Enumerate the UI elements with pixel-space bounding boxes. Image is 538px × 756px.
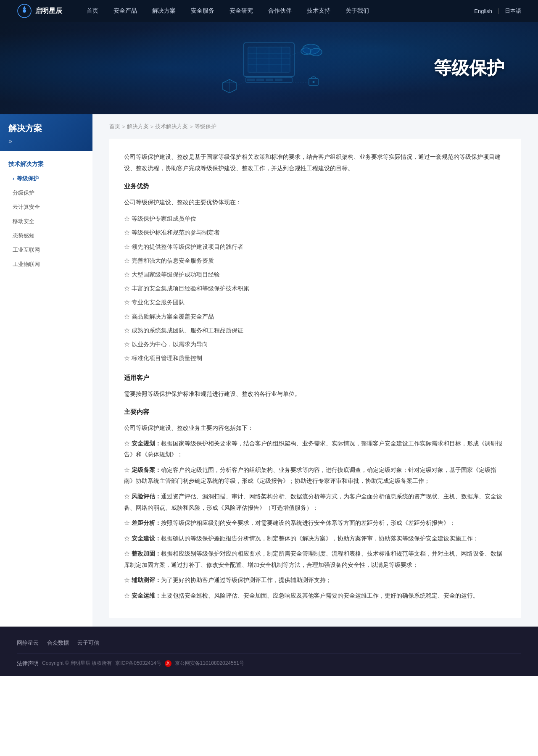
- nav-solutions[interactable]: 解决方案: [145, 0, 183, 22]
- section3-title: 主要内容: [124, 406, 506, 418]
- svg-line-26: [290, 51, 303, 55]
- footer-police-icp: 京公网安备11010802024551号: [175, 660, 244, 667]
- breadcrumb-home[interactable]: 首页: [109, 123, 120, 130]
- advantage-1: 等级保护标准和规范的参与制定者: [124, 226, 506, 240]
- nav-menu: 首页 安全产品 解决方案 安全服务 安全研究 合作伙伴 技术支持 关于我们: [79, 0, 474, 22]
- sidebar-item-situation[interactable]: 态势感知: [0, 229, 92, 243]
- detail-7: ☆ 安全运维：主要包括安全巡检、风险评估、安全加固、应急响应及其他客户需要的安全…: [124, 590, 506, 601]
- advantage-4: 大型国家级等级保护成功项目经验: [124, 268, 506, 282]
- nav-products[interactable]: 安全产品: [106, 0, 145, 22]
- sidebar-header: 解决方案 »: [0, 114, 92, 151]
- sidebar: 解决方案 » 技术解决方案 › 等级保护 分级保护 云计算安全 移动安全 态势感…: [0, 114, 92, 627]
- sidebar-item-dengji[interactable]: › 等级保护: [0, 171, 92, 186]
- svg-point-21: [313, 81, 315, 83]
- svg-line-25: [236, 81, 246, 86]
- advantage-3: 完善和强大的信息安全服务资质: [124, 254, 506, 268]
- content-card: 公司等级保护建设、整改是基于国家等级保护相关政策和标准的要求，结合客户组织架构、…: [109, 139, 521, 618]
- lang-area: English ｜ 日本語: [474, 7, 521, 15]
- main-wrapper: 解决方案 » 技术解决方案 › 等级保护 分级保护 云计算安全 移动安全 态势感…: [0, 114, 538, 627]
- sidebar-header-arrow: »: [8, 137, 84, 145]
- logo-area[interactable]: 启明星辰: [17, 3, 62, 18]
- content-intro: 公司等级保护建设、整改是基于国家等级保护相关政策和标准的要求，结合客户组织架构、…: [124, 151, 506, 174]
- footer-copyright: 法律声明 Copyright © 启明星辰 版权所有 京ICP备05032414…: [17, 660, 521, 667]
- sidebar-item-mobile[interactable]: 移动安全: [0, 214, 92, 229]
- content-area: 首页 > 解决方案 > 技术解决方案 > 等级保护 公司等级保护建设、整改是基于…: [92, 114, 538, 627]
- footer-links: 网静星云 合众数据 云子可信: [17, 639, 521, 647]
- svg-point-19: [310, 48, 322, 56]
- detail-1: ☆ 定级备案：确定客户的定级范围，分析客户的组织架构、业务要求等内容，进行摸底调…: [124, 464, 506, 487]
- sidebar-header-title: 解决方案: [8, 123, 84, 134]
- nav-research[interactable]: 安全研究: [222, 0, 261, 22]
- section2-text: 需要按照等级保护保护标准和规范进行建设、整改的各行业与单位。: [124, 388, 506, 400]
- advantage-6: 专业化安全服务团队: [124, 295, 506, 309]
- lang-english[interactable]: English: [474, 8, 492, 14]
- svg-point-2: [23, 9, 26, 13]
- nav-services[interactable]: 安全服务: [183, 0, 222, 22]
- advantage-7: 高品质解决方案全覆盖安全产品: [124, 310, 506, 324]
- footer-icp: 京ICP备05032414号: [115, 660, 161, 667]
- nav-partners[interactable]: 合作伙伴: [261, 0, 299, 22]
- detail-0: ☆ 安全规划：根据国家等级保护相关要求等，结合客户的组织架构、业务需求、实际情况…: [124, 438, 506, 460]
- detail-4: ☆ 安全建设：根据确认的等级保护差距报告分析情况，制定整体的《解决方案》，协助方…: [124, 533, 506, 544]
- section1-title: 业务优势: [124, 180, 506, 192]
- detail-5: ☆ 整改加固：根据相应级别等级保护对应的相应要求，制定所需安全管理制度、流程和表…: [124, 548, 506, 570]
- breadcrumb: 首页 > 解决方案 > 技术解决方案 > 等级保护: [109, 123, 521, 130]
- footer-link-2[interactable]: 云子可信: [77, 639, 99, 647]
- lang-divider: ｜: [496, 7, 501, 15]
- footer-legal[interactable]: 法律声明: [17, 660, 39, 667]
- footer: 网静星云 合众数据 云子可信 法律声明 Copyright © 启明星辰 版权所…: [0, 627, 538, 676]
- sidebar-item-industrial-internet[interactable]: 工业互联网: [0, 243, 92, 257]
- hero-illustration: [202, 34, 336, 102]
- advantage-10: 标准化项目管理和质量控制: [124, 351, 506, 365]
- footer-link-1[interactable]: 合众数据: [47, 639, 69, 647]
- detail-2: ☆ 风险评估：通过资产评估、漏洞扫描、审计、网络架构分析、数据流分析等方式，为客…: [124, 491, 506, 513]
- section3-sub: 公司等级保护建设、整改业务主要内容包括如下：: [124, 422, 506, 434]
- svg-rect-13: [247, 79, 255, 81]
- hero-banner: 等级保护: [0, 22, 538, 114]
- breadcrumb-current: 等级保护: [195, 123, 216, 130]
- nav-about[interactable]: 关于我们: [338, 0, 377, 22]
- hero-title: 等级保护: [434, 56, 504, 80]
- breadcrumb-tech-solutions[interactable]: 技术解决方案: [155, 123, 188, 130]
- section1-sub: 公司等级保护建设、整改的主要优势体现在：: [124, 197, 506, 208]
- advantage-5: 丰富的安全集成项目经验和等级保护技术积累: [124, 282, 506, 295]
- nav-support[interactable]: 技术支持: [299, 0, 338, 22]
- advantage-2: 领先的提供整体等级保护建设项目的践行者: [124, 240, 506, 254]
- sidebar-item-iot[interactable]: 工业物联网: [0, 257, 92, 271]
- footer-link-0[interactable]: 网静星云: [17, 639, 39, 647]
- section2-title: 适用客户: [124, 372, 506, 384]
- nav-home[interactable]: 首页: [79, 0, 106, 22]
- svg-rect-15: [266, 79, 273, 81]
- detail-6: ☆ 辅助测评：为了更好的协助客户通过等级保护测评工作，提供辅助测评支持；: [124, 574, 506, 586]
- footer-copyright-text: Copyright © 启明星辰 版权所有: [42, 660, 112, 667]
- header: 启明星辰 首页 安全产品 解决方案 安全服务 安全研究 合作伙伴 技术支持 关于…: [0, 0, 538, 22]
- advantage-9: 以业务为中心，以需求为导向: [124, 337, 506, 351]
- advantage-8: 成熟的系统集成团队、服务和工程品质保证: [124, 324, 506, 337]
- svg-rect-16: [275, 79, 282, 81]
- police-icon: 京: [165, 660, 171, 667]
- lang-japanese[interactable]: 日本語: [505, 7, 521, 15]
- sidebar-section-title: 技术解决方案: [0, 155, 92, 171]
- sidebar-item-arrow: ›: [13, 176, 14, 182]
- logo-text: 启明星辰: [35, 7, 62, 16]
- sidebar-item-cloud[interactable]: 云计算安全: [0, 200, 92, 214]
- logo-icon: [17, 3, 32, 18]
- footer-divider: [17, 653, 521, 653]
- svg-rect-14: [256, 79, 264, 81]
- sidebar-item-fenji[interactable]: 分级保护: [0, 186, 92, 200]
- advantage-0: 等级保护专家组成员单位: [124, 212, 506, 226]
- detail-3: ☆ 差距分析：按照等级保护相应级别的安全要求，对需要建设的系统进行安全体系等方面…: [124, 517, 506, 529]
- breadcrumb-solutions[interactable]: 解决方案: [127, 123, 149, 130]
